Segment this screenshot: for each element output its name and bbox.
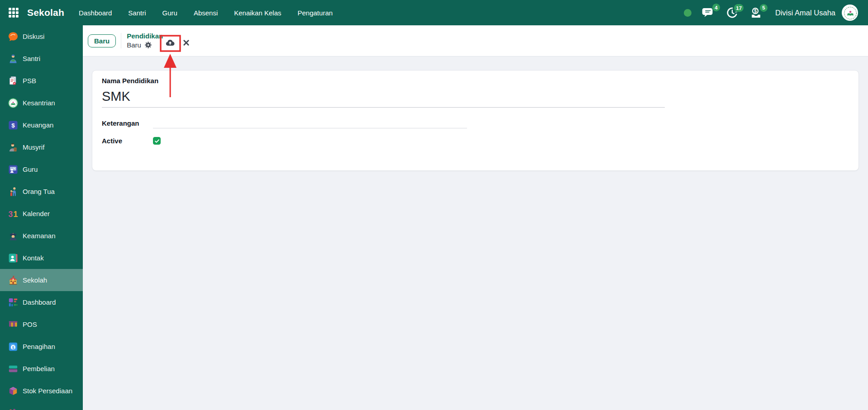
stok-persediaan-icon (8, 386, 19, 396)
breadcrumb-parent-link[interactable]: Pendidikan (127, 33, 163, 40)
active-checkbox[interactable] (153, 137, 161, 145)
svg-text:$: $ (12, 345, 14, 349)
pendidikan-form-card: Nama Pendidikan SMK Keterangan Active (92, 70, 859, 171)
sekolah-icon (8, 275, 19, 286)
kontak-icon (8, 253, 19, 264)
user-avatar[interactable] (842, 5, 858, 21)
pos-icon (8, 319, 19, 330)
breadcrumb-current: Baru (127, 42, 141, 49)
close-x-icon (183, 39, 190, 46)
sidebar-item-orang-tua[interactable]: Orang Tua (0, 180, 83, 203)
santri-icon (8, 53, 19, 64)
save-cloud-button[interactable] (164, 38, 176, 47)
sidebar-item-label: Keuangan (23, 121, 53, 129)
sidebar-item-sekolah[interactable]: Sekolah (0, 269, 83, 291)
svg-text:1: 1 (13, 209, 18, 218)
keterangan-input[interactable] (153, 118, 467, 128)
kesantrian-icon (8, 98, 19, 108)
organization-logo-icon (842, 5, 858, 21)
app-sidebar: Diskusi Santri PSB Kesantrian (0, 25, 83, 410)
check-icon (154, 138, 160, 144)
cloud-upload-icon (164, 38, 176, 47)
dashboard-grid-icon (8, 297, 19, 308)
keuangan-icon: $ (8, 120, 19, 131)
active-label: Active (102, 137, 153, 145)
svg-text:$: $ (754, 8, 757, 13)
sidebar-item-keamanan[interactable]: Keamanan (0, 225, 83, 247)
sidebar-item-kalender[interactable]: 3 1 Kalender (0, 203, 83, 225)
payments-button[interactable]: $ 5 (749, 6, 763, 19)
presence-dot (684, 9, 692, 17)
sidebar-item-label: Diskusi (23, 33, 44, 40)
activities-badge: 17 (734, 4, 744, 12)
keterangan-label: Keterangan (102, 119, 153, 128)
sidebar-item-pos[interactable]: POS (0, 313, 83, 335)
nama-pendidikan-label: Nama Pendidikan (102, 77, 858, 85)
sidebar-item-label: Sekolah (23, 276, 47, 284)
sidebar-item-label: Musyrif (23, 143, 44, 151)
keamanan-icon (8, 231, 19, 241)
discard-button[interactable] (183, 39, 190, 46)
sidebar-item-stok-persediaan[interactable]: Stok Persediaan (0, 380, 83, 402)
sidebar-item-musyrif[interactable]: Musyrif (0, 136, 83, 158)
sidebar-item-kontak[interactable]: Kontak (0, 247, 83, 269)
app-title[interactable]: Sekolah (27, 7, 64, 18)
orang-tua-icon (8, 186, 19, 197)
pembelian-icon (8, 363, 19, 374)
divider (121, 33, 121, 48)
sidebar-item-pembelian[interactable]: Pembelian (0, 358, 83, 380)
messages-badge: 4 (712, 3, 720, 12)
breadcrumb: Pendidikan Baru (127, 33, 163, 49)
sidebar-item-kesantrian[interactable]: Kesantrian (0, 92, 83, 114)
svg-text:3: 3 (9, 209, 13, 218)
guru-icon (8, 164, 19, 175)
sidebar-item-penagihan[interactable]: $ Penagihan (0, 335, 83, 358)
sidebar-item-label: Dashboard (23, 298, 56, 306)
menu-santri[interactable]: Santri (126, 6, 148, 19)
form-view: Nama Pendidikan SMK Keterangan Active (83, 57, 868, 410)
company-name[interactable]: Divisi Amal Usaha (775, 9, 835, 17)
sidebar-item-label: Pembelian (23, 365, 55, 372)
gear-icon[interactable] (144, 41, 152, 49)
sidebar-item-keuangan[interactable]: $ Keuangan (0, 114, 83, 136)
diskusi-icon (8, 31, 19, 42)
control-panel: Baru Pendidikan Baru (83, 25, 868, 57)
sidebar-item-santri[interactable]: Santri (0, 47, 83, 70)
sidebar-item-label: Orang Tua (23, 188, 55, 195)
kalender-icon: 3 1 (8, 208, 19, 219)
sidebar-item-label: Kalender (23, 210, 50, 217)
activities-button[interactable]: 17 (726, 6, 739, 19)
musyrif-icon (8, 142, 19, 153)
top-menu: Dashboard Santri Guru Absensi Kenaikan K… (77, 6, 347, 19)
new-record-button[interactable]: Baru (88, 34, 116, 47)
menu-dashboard[interactable]: Dashboard (77, 6, 114, 19)
nama-pendidikan-input[interactable]: SMK (102, 89, 665, 108)
menu-guru[interactable]: Guru (161, 6, 179, 19)
karyawan-icon (8, 408, 19, 410)
menu-kenaikan-kelas[interactable]: Kenaikan Kelas (232, 6, 283, 19)
sidebar-item-label: Kontak (23, 254, 44, 262)
sidebar-item-label: Stok Persediaan (23, 387, 72, 395)
sidebar-item-label: Santri (23, 55, 40, 62)
menu-absensi[interactable]: Absensi (192, 6, 219, 19)
payments-badge: 5 (759, 4, 768, 12)
sidebar-item-psb[interactable]: PSB (0, 70, 83, 92)
sidebar-item-guru[interactable]: Guru (0, 158, 83, 180)
sidebar-item-diskusi[interactable]: Diskusi (0, 25, 83, 47)
menu-pengaturan[interactable]: Pengaturan (296, 6, 335, 19)
sidebar-item-label: POS (23, 320, 37, 328)
sidebar-item-label: Keamanan (23, 232, 56, 240)
sidebar-item-label: Penagihan (23, 343, 55, 350)
sidebar-item-dashboard[interactable]: Dashboard (0, 291, 83, 313)
top-navbar: Sekolah Dashboard Santri Guru Absensi Ke… (0, 0, 868, 25)
svg-text:$: $ (11, 122, 15, 129)
penagihan-icon: $ (8, 341, 19, 352)
apps-grid-icon[interactable] (7, 6, 20, 19)
sidebar-item-label: Guru (23, 165, 38, 173)
main-area: Baru Pendidikan Baru (83, 25, 868, 410)
messages-button[interactable]: 4 (701, 6, 715, 19)
topbar-right: 4 17 $ 5 Divisi Amal Usaha (684, 5, 858, 21)
psb-icon (8, 75, 19, 86)
sidebar-item-label: Kesantrian (23, 99, 55, 107)
sidebar-item-karyawan[interactable]: Karyawan (0, 402, 83, 410)
